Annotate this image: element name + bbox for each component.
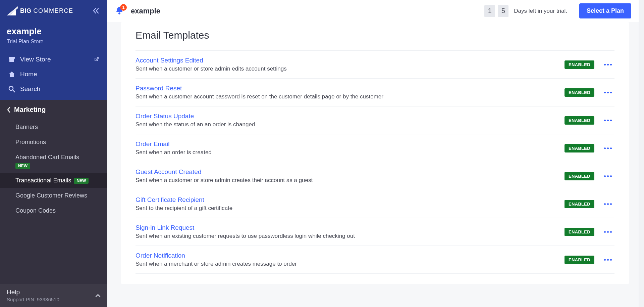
sidebar-top: BIGCOMMERCE example Trial Plan Store Vie… bbox=[0, 0, 107, 100]
template-title-link[interactable]: Order Email bbox=[136, 140, 169, 148]
logo-icon bbox=[7, 6, 18, 15]
template-description: Sent when a customer account password is… bbox=[136, 93, 558, 100]
nav-home[interactable]: Home bbox=[7, 67, 101, 82]
template-row: Order NotificationSent when a merchant o… bbox=[136, 246, 614, 274]
template-info: Sign-in Link RequestSent when an existin… bbox=[136, 224, 558, 239]
template-row: Sign-in Link RequestSent when an existin… bbox=[136, 218, 614, 246]
app-root: BIGCOMMERCE example Trial Plan Store Vie… bbox=[0, 0, 644, 307]
row-actions-button[interactable] bbox=[601, 203, 614, 205]
template-description: Sent when a customer or store admin edit… bbox=[136, 65, 558, 72]
sidebar-subnav: BannersPromotionsAbandoned Cart EmailsNE… bbox=[0, 120, 107, 221]
sidebar-item-coupon-codes[interactable]: Coupon Codes bbox=[0, 203, 107, 218]
row-actions-button[interactable] bbox=[601, 259, 614, 261]
template-info: Guest Account CreatedSent when a custome… bbox=[136, 168, 558, 184]
row-actions-button[interactable] bbox=[601, 231, 614, 233]
template-row: Order EmailSent when an order is created… bbox=[136, 134, 614, 162]
template-row: Gift Certificate RecipientSent to the re… bbox=[136, 190, 614, 218]
sidebar-item-label: Transactional Emails bbox=[15, 177, 71, 184]
row-actions-button[interactable] bbox=[601, 64, 614, 65]
sidebar: BIGCOMMERCE example Trial Plan Store Vie… bbox=[0, 0, 107, 307]
sidebar-submenu-scroll[interactable]: Marketing BannersPromotionsAbandoned Car… bbox=[0, 100, 107, 284]
search-icon bbox=[8, 85, 15, 93]
more-horizontal-icon bbox=[604, 147, 612, 149]
nav-view-store[interactable]: View Store bbox=[7, 52, 101, 67]
more-horizontal-icon bbox=[604, 231, 612, 233]
sidebar-help[interactable]: Help Support PIN: 93936510 bbox=[0, 284, 107, 307]
brand-logo[interactable]: BIGCOMMERCE bbox=[7, 6, 73, 15]
brand-text-light: COMMERCE bbox=[34, 7, 73, 14]
template-description: Sent when a merchant or store admin crea… bbox=[136, 261, 558, 267]
row-actions-button[interactable] bbox=[601, 175, 614, 177]
template-title-link[interactable]: Sign-in Link Request bbox=[136, 224, 194, 231]
template-title-link[interactable]: Guest Account Created bbox=[136, 168, 201, 176]
template-info: Password ResetSent when a customer accou… bbox=[136, 85, 558, 100]
trial-digit-1: 1 bbox=[484, 5, 495, 17]
content-scroll[interactable]: Email Templates Account Settings EditedS… bbox=[107, 22, 639, 307]
chevron-left-icon bbox=[7, 107, 11, 113]
template-title-link[interactable]: Password Reset bbox=[136, 85, 182, 92]
template-description: Sent to the recipient of a gift certific… bbox=[136, 205, 558, 212]
trial-countdown: 1 5 Days left in your trial. bbox=[484, 5, 567, 17]
chevron-up-icon bbox=[95, 294, 101, 298]
sidebar-item-transactional-emails[interactable]: Transactional EmailsNEW bbox=[0, 173, 107, 188]
template-info: Gift Certificate RecipientSent to the re… bbox=[136, 196, 558, 212]
notifications-count: 1 bbox=[120, 4, 127, 11]
template-title-link[interactable]: Order Notification bbox=[136, 252, 185, 259]
more-horizontal-icon bbox=[604, 175, 612, 177]
home-icon bbox=[8, 71, 15, 78]
more-horizontal-icon bbox=[604, 92, 612, 93]
sidebar-item-abandoned-cart-emails[interactable]: Abandoned Cart EmailsNEW bbox=[0, 150, 107, 173]
more-horizontal-icon bbox=[604, 64, 612, 65]
notifications-button[interactable]: 1 bbox=[115, 6, 125, 16]
nav-search[interactable]: Search bbox=[7, 82, 101, 96]
sidebar-item-promotions[interactable]: Promotions bbox=[0, 135, 107, 150]
template-description: Sent when the status of an an order is c… bbox=[136, 121, 558, 128]
sidebar-help-text: Help Support PIN: 93936510 bbox=[7, 289, 59, 302]
template-title-link[interactable]: Order Status Update bbox=[136, 113, 194, 120]
more-horizontal-icon bbox=[604, 120, 612, 121]
template-row: Order Status UpdateSent when the status … bbox=[136, 106, 614, 134]
more-horizontal-icon bbox=[604, 259, 612, 261]
sidebar-collapse-button[interactable] bbox=[91, 6, 101, 15]
nav-search-label: Search bbox=[20, 85, 40, 93]
chevron-double-left-icon bbox=[93, 8, 99, 14]
sidebar-item-banners[interactable]: Banners bbox=[0, 120, 107, 135]
template-description: Sent when an order is created bbox=[136, 149, 558, 156]
window-scrollbar[interactable] bbox=[639, 0, 644, 307]
select-plan-button[interactable]: Select a Plan bbox=[579, 3, 631, 18]
svg-point-5 bbox=[118, 12, 120, 14]
row-actions-button[interactable] bbox=[601, 92, 614, 93]
template-title-link[interactable]: Account Settings Edited bbox=[136, 57, 203, 64]
template-description: Sent when a customer or store admin crea… bbox=[136, 177, 558, 184]
sidebar-item-label: Google Customer Reviews bbox=[15, 192, 87, 199]
section-back-label: Marketing bbox=[14, 106, 46, 114]
sidebar-item-google-customer-reviews[interactable]: Google Customer Reviews bbox=[0, 188, 107, 203]
template-title-link[interactable]: Gift Certificate Recipient bbox=[136, 196, 204, 204]
template-row: Account Settings EditedSent when a custo… bbox=[136, 51, 614, 79]
template-info: Order NotificationSent when a merchant o… bbox=[136, 252, 558, 267]
row-actions-button[interactable] bbox=[601, 147, 614, 149]
sidebar-item-label: Promotions bbox=[15, 139, 46, 145]
template-row: Password ResetSent when a customer accou… bbox=[136, 79, 614, 106]
sidebar-item-label: Banners bbox=[15, 124, 38, 130]
sidebar-quicknav: View Store Home Search bbox=[7, 52, 101, 96]
external-link-icon bbox=[93, 56, 99, 62]
page-title: Email Templates bbox=[136, 26, 614, 50]
section-back[interactable]: Marketing bbox=[0, 100, 107, 120]
brand-text-bold: BIG bbox=[20, 7, 32, 14]
breadcrumb[interactable]: example bbox=[131, 7, 160, 15]
template-info: Order EmailSent when an order is created bbox=[136, 140, 558, 156]
template-list: Account Settings EditedSent when a custo… bbox=[136, 50, 614, 274]
status-badge: ENABLED bbox=[565, 228, 594, 236]
email-templates-card: Email Templates Account Settings EditedS… bbox=[121, 22, 629, 284]
topbar: 1 example 1 5 Days left in your trial. S… bbox=[107, 0, 639, 22]
template-row: Guest Account CreatedSent when a custome… bbox=[136, 162, 614, 190]
template-description: Sent when an existing customer requests … bbox=[136, 233, 558, 239]
trial-text: Days left in your trial. bbox=[514, 8, 567, 14]
status-badge: ENABLED bbox=[565, 60, 594, 69]
row-actions-button[interactable] bbox=[601, 120, 614, 121]
brand-row: BIGCOMMERCE bbox=[7, 6, 101, 15]
status-badge: ENABLED bbox=[565, 256, 594, 264]
status-badge: ENABLED bbox=[565, 200, 594, 208]
store-name: example bbox=[7, 26, 101, 37]
